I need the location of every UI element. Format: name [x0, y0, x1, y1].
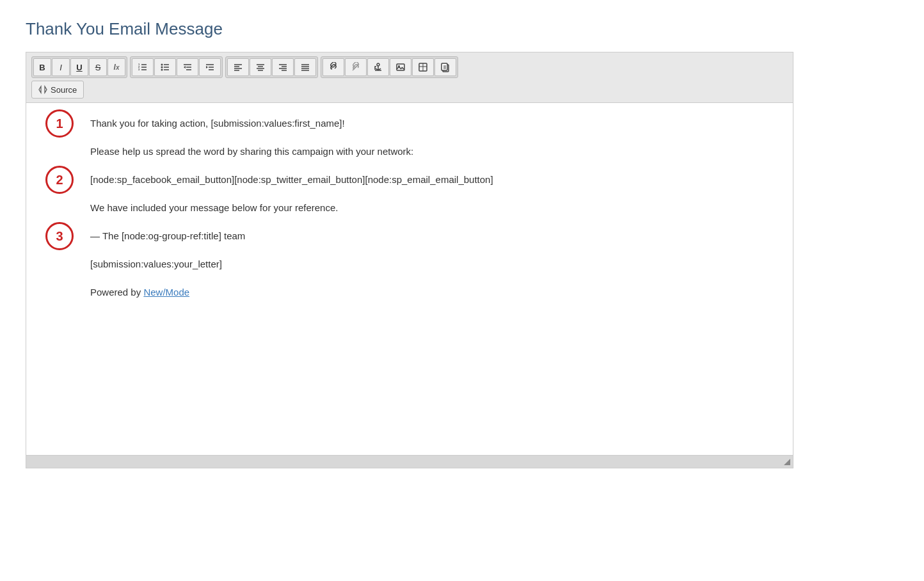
paragraph-2: Please help us spread the word by sharin… — [90, 144, 774, 159]
align-right-btn[interactable] — [272, 58, 294, 76]
strikethrough-btn[interactable]: S — [89, 58, 107, 76]
editor-footer — [26, 455, 793, 468]
unlink-btn[interactable] — [345, 58, 367, 76]
annotation-badge-3: 3 — [45, 222, 74, 250]
resize-handle[interactable] — [784, 459, 790, 465]
paragraph-4-group: We have included your message below for … — [90, 200, 774, 216]
align-justify-btn[interactable] — [294, 58, 316, 76]
svg-text:3: 3 — [138, 68, 140, 71]
anchor-btn[interactable] — [367, 58, 389, 76]
svg-marker-19 — [206, 66, 208, 68]
svg-rect-40 — [397, 64, 404, 70]
paragraph-3-group: 2 [node:sp_facebook_email_button][node:s… — [90, 172, 774, 187]
paragraph-7: Powered by New/Mode — [90, 285, 774, 300]
paragraph-1: Thank you for taking action, [submission… — [90, 116, 774, 131]
source-icon — [38, 85, 47, 94]
svg-point-37 — [377, 63, 379, 66]
underline-btn[interactable]: U — [70, 58, 88, 76]
annotation-badge-2: 2 — [45, 166, 74, 194]
ordered-list-btn[interactable]: 123 — [132, 58, 154, 76]
italic-btn[interactable]: I — [52, 58, 70, 76]
toolbar-row-2: Source — [31, 81, 788, 99]
paragraph-6: [submission:values:your_letter] — [90, 257, 774, 272]
paragraph-5: — The [node:og-group-ref:title] team — [90, 228, 774, 244]
toolbar: B I U S Ix 123 — [26, 52, 793, 103]
svg-point-11 — [161, 69, 163, 71]
page-title: Thank You Email Message — [26, 19, 898, 39]
newmode-link[interactable]: New/Mode — [143, 287, 189, 298]
source-btn-label: Source — [51, 85, 77, 95]
paragraph-4: We have included your message below for … — [90, 200, 774, 216]
paragraph-7-group: Powered by New/Mode — [90, 285, 774, 300]
text-format-group: B I U S Ix — [31, 56, 127, 78]
image-btn[interactable] — [390, 58, 411, 76]
insert-group — [321, 56, 458, 78]
paragraph-2-group: Please help us spread the word by sharin… — [90, 144, 774, 159]
svg-marker-50 — [39, 86, 41, 93]
clear-formatting-btn[interactable]: Ix — [108, 58, 125, 76]
svg-point-10 — [161, 67, 163, 68]
unordered-list-btn[interactable] — [154, 58, 176, 76]
indent-btn[interactable] — [199, 58, 221, 76]
paragraph-5-group: 3 — The [node:og-group-ref:title] team — [90, 228, 774, 244]
paragraph-6-group: [submission:values:your_letter] — [90, 257, 774, 272]
paragraph-3: [node:sp_facebook_email_button][node:sp_… — [90, 172, 774, 187]
powered-by-text: Powered by — [90, 287, 141, 298]
source-button[interactable]: Source — [31, 81, 84, 99]
bold-btn[interactable]: B — [33, 58, 51, 76]
align-group — [225, 56, 318, 78]
outdent-btn[interactable] — [177, 58, 198, 76]
svg-point-9 — [161, 64, 163, 66]
link-btn[interactable] — [323, 58, 344, 76]
list-group: 123 — [130, 56, 223, 78]
svg-marker-51 — [45, 86, 47, 93]
align-center-btn[interactable] — [250, 58, 271, 76]
paragraph-1-group: 1 Thank you for taking action, [submissi… — [90, 116, 774, 131]
align-left-btn[interactable] — [227, 58, 249, 76]
svg-marker-15 — [184, 66, 186, 68]
editor-container: B I U S Ix 123 — [26, 52, 793, 468]
table-btn[interactable] — [412, 58, 434, 76]
toolbar-row-1: B I U S Ix 123 — [31, 56, 788, 78]
annotation-badge-1: 1 — [45, 109, 74, 138]
paste-btn[interactable] — [434, 58, 456, 76]
editor-body[interactable]: 1 Thank you for taking action, [submissi… — [26, 103, 793, 455]
